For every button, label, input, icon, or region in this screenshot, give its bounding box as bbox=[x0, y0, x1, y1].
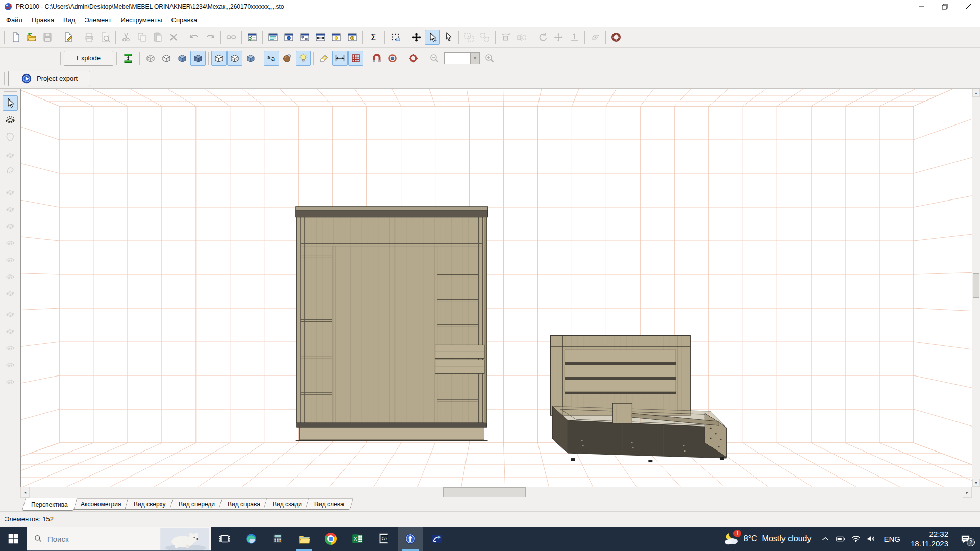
light-toggle[interactable] bbox=[296, 51, 311, 66]
project-export-button[interactable]: Project export bbox=[8, 71, 90, 86]
taskbar-clock[interactable]: 22:32 18.11.2023 bbox=[905, 529, 953, 549]
toolbar-grip[interactable] bbox=[4, 91, 17, 93]
horizontal-scroll-thumb[interactable] bbox=[443, 487, 526, 497]
language-indicator[interactable]: ENG bbox=[879, 535, 906, 543]
view-shaded[interactable] bbox=[243, 51, 258, 66]
restore-button[interactable] bbox=[933, 0, 957, 13]
move-tool[interactable] bbox=[409, 30, 424, 45]
draw-tool[interactable] bbox=[440, 30, 456, 45]
open-file[interactable] bbox=[24, 30, 39, 45]
select-tool[interactable] bbox=[425, 30, 440, 45]
taskbar-pro100-icon[interactable] bbox=[398, 527, 423, 551]
view-wireframe[interactable] bbox=[143, 51, 158, 66]
battery-icon[interactable] bbox=[833, 527, 848, 551]
taskbar-excel-icon[interactable]: X bbox=[345, 527, 370, 551]
toolbar-grip[interactable] bbox=[384, 31, 385, 44]
viewport-canvas[interactable] bbox=[21, 89, 972, 487]
menu-edit[interactable]: Правка bbox=[27, 15, 59, 26]
scroll-left-button[interactable]: ◄ bbox=[20, 487, 30, 498]
volume-icon[interactable] bbox=[864, 527, 879, 551]
taskbar-file-explorer-icon[interactable] bbox=[292, 527, 316, 551]
scroll-up-button[interactable]: ▲ bbox=[972, 89, 980, 97]
help-ring[interactable] bbox=[608, 30, 624, 45]
view-tab-label: Вид сверху bbox=[134, 500, 166, 508]
chevron-down-icon[interactable]: ▾ bbox=[471, 52, 480, 64]
view-tab-5[interactable]: Вид справа bbox=[218, 498, 269, 510]
contour-tool bbox=[3, 163, 18, 178]
wardrobe-model[interactable] bbox=[296, 207, 488, 441]
view-hidden-lines[interactable] bbox=[159, 51, 174, 66]
lighting-window[interactable] bbox=[329, 30, 344, 45]
vertical-scrollbar[interactable]: ▲ ▼ bbox=[972, 89, 980, 487]
report-window[interactable] bbox=[265, 30, 281, 45]
tray-chevron-icon[interactable] bbox=[818, 527, 833, 551]
taskbar-cmd-icon[interactable]: C:\ bbox=[372, 527, 396, 551]
wifi-icon[interactable] bbox=[848, 527, 864, 551]
snap-target[interactable] bbox=[385, 51, 400, 66]
view-textured[interactable] bbox=[190, 51, 206, 66]
view-contours[interactable] bbox=[211, 51, 227, 66]
show-dimensions[interactable] bbox=[332, 51, 348, 66]
toolbar-grip[interactable] bbox=[60, 52, 61, 65]
view-tab-4[interactable]: Вид спереди bbox=[169, 498, 224, 510]
view-tab-6[interactable]: Вид сзади bbox=[263, 498, 311, 510]
taskbar-chrome-icon[interactable] bbox=[318, 527, 343, 551]
menu-tools[interactable]: Инструменты bbox=[116, 15, 166, 26]
price-list[interactable] bbox=[244, 30, 260, 45]
taskbar-edge-icon[interactable] bbox=[239, 527, 263, 551]
view-edges[interactable] bbox=[227, 51, 242, 66]
pointer-tool[interactable] bbox=[3, 95, 18, 111]
center-align[interactable] bbox=[120, 51, 136, 66]
taskbar-app-blue-icon[interactable] bbox=[425, 527, 449, 551]
toolbar-grip[interactable] bbox=[4, 72, 5, 85]
price-window[interactable]: $ bbox=[345, 30, 360, 45]
menu-view[interactable]: Вид bbox=[59, 15, 80, 26]
sum-report[interactable]: Σ bbox=[365, 30, 381, 45]
structure-window[interactable] bbox=[297, 30, 312, 45]
close-button[interactable] bbox=[957, 0, 980, 13]
view-tab-7[interactable]: Вид слева bbox=[305, 498, 353, 510]
taskbar-search-box[interactable] bbox=[27, 527, 211, 551]
menu-file[interactable]: Файл bbox=[2, 15, 27, 26]
zoom-level-field[interactable] bbox=[444, 52, 471, 64]
new-document[interactable] bbox=[8, 30, 23, 45]
view-solid[interactable] bbox=[175, 51, 190, 66]
explode-button[interactable]: Explode bbox=[64, 51, 113, 66]
taskbar-start-button[interactable] bbox=[1, 527, 26, 551]
new-panel[interactable] bbox=[3, 112, 18, 128]
minimize-button[interactable] bbox=[910, 0, 933, 13]
bed-model[interactable] bbox=[550, 335, 726, 462]
menu-element[interactable]: Элемент bbox=[80, 15, 116, 26]
taskbar-calculator-icon[interactable] bbox=[265, 527, 290, 551]
show-labels[interactable] bbox=[316, 51, 332, 66]
toolbar-separator bbox=[58, 31, 58, 44]
view-tab-2[interactable]: Аксонометрия bbox=[71, 498, 131, 510]
taskbar-task-view-icon[interactable] bbox=[212, 527, 237, 551]
scroll-right-button[interactable]: ► bbox=[963, 487, 972, 498]
vertical-scroll-thumb[interactable] bbox=[973, 273, 979, 298]
rotate-view[interactable] bbox=[406, 51, 421, 66]
snap-magnet[interactable] bbox=[369, 51, 384, 66]
render-sphere[interactable] bbox=[280, 51, 295, 66]
view-tab-3[interactable]: Вид сверху bbox=[125, 498, 175, 510]
materials-window[interactable] bbox=[281, 30, 297, 45]
view-tab-1[interactable]: Перспектива bbox=[22, 498, 78, 511]
save-file bbox=[40, 30, 55, 45]
scroll-down-button[interactable]: ▼ bbox=[972, 479, 980, 487]
toolbar-grip[interactable] bbox=[116, 52, 117, 65]
menu-help[interactable]: Справка bbox=[167, 15, 202, 26]
dimensions-window[interactable] bbox=[313, 30, 328, 45]
select-area[interactable] bbox=[388, 30, 403, 45]
zoom-level[interactable]: ▾ bbox=[444, 52, 480, 65]
show-grid[interactable] bbox=[348, 51, 363, 66]
3d-viewport[interactable] bbox=[20, 89, 972, 487]
weather-widget[interactable]: 1 8°C Mostly cloudy bbox=[718, 531, 818, 546]
main-toolbar: $Σ bbox=[0, 27, 980, 48]
horizontal-scrollbar[interactable]: ◄ ► bbox=[20, 487, 972, 498]
toolbar-grip[interactable] bbox=[4, 31, 5, 44]
toolbar-grip[interactable] bbox=[139, 52, 140, 65]
page-properties[interactable] bbox=[61, 30, 76, 45]
antialias-text[interactable]: aa bbox=[264, 51, 279, 66]
notification-center[interactable]: 2 bbox=[953, 527, 977, 551]
search-input[interactable] bbox=[47, 535, 144, 543]
